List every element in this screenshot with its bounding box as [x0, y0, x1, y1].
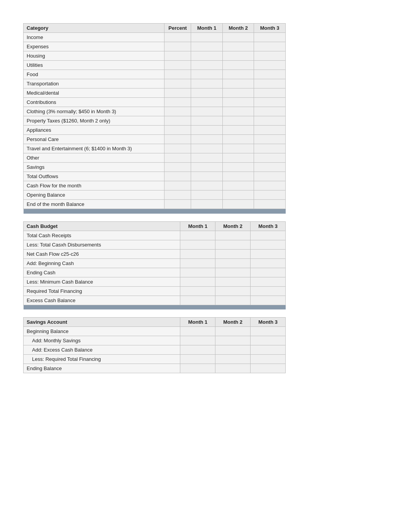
table-row: Beginning Balance: [24, 327, 286, 336]
savings-col-category: Savings Account: [24, 318, 180, 327]
table-row: Expenses: [24, 42, 286, 51]
table-row: Cash Flow for the month: [24, 181, 286, 190]
savings-table: Savings Account Month 1 Month 2 Month 3 …: [23, 317, 286, 373]
table-row: Savings: [24, 163, 286, 172]
table-row: Ending Balance: [24, 364, 286, 373]
savings-col-month2: Month 2: [215, 318, 251, 327]
table-row: Contributions: [24, 98, 286, 107]
table-row: Opening Balance: [24, 190, 286, 200]
table-row: Housing: [24, 51, 286, 61]
table-row: Personal Care: [24, 135, 286, 144]
col-month1: Month 1: [191, 24, 223, 33]
main-budget-table: Category Percent Month 1 Month 2 Month 3…: [23, 23, 286, 214]
col-month3: Month 3: [254, 24, 286, 33]
table-row: Other: [24, 153, 286, 163]
table-row: Property Taxes ($1260, Month 2 only): [24, 116, 286, 126]
section-divider: [24, 209, 286, 214]
table-row: Appliances: [24, 126, 286, 135]
table-row: Utilities: [24, 61, 286, 70]
cash-col-month1: Month 1: [180, 221, 215, 231]
col-month2: Month 2: [222, 24, 254, 33]
savings-col-month1: Month 1: [180, 318, 215, 327]
table-row: Medical/dental: [24, 88, 286, 98]
section-divider: [24, 305, 286, 309]
table-row: End of the month Balance: [24, 200, 286, 209]
table-row: Ending Cash: [24, 268, 286, 277]
table-row: Total Cash Receipts: [24, 231, 286, 240]
table-row: Less: Required Total Financing: [24, 355, 286, 364]
table-row: Less: Total Casxh Disbursements: [24, 240, 286, 249]
table-row: Add: Beginning Cash: [24, 258, 286, 268]
table-row: Excess Cash Balance: [24, 296, 286, 305]
table-row: Add: Excess Cash Balance: [24, 345, 286, 355]
savings-col-month3: Month 3: [251, 318, 286, 327]
table-row: Food: [24, 70, 286, 79]
cash-col-month2: Month 2: [215, 221, 251, 231]
col-percent: Percent: [164, 24, 191, 33]
table-row: Clothing (3% normally; $450 in Month 3): [24, 107, 286, 116]
table-row: Travel and Entertainment (6; $1400 in Mo…: [24, 144, 286, 153]
cash-col-month3: Month 3: [251, 221, 286, 231]
table-row: Income: [24, 33, 286, 42]
table-row: Add: Monthly Savings: [24, 336, 286, 345]
table-row: Less: Minimum Cash Balance: [24, 277, 286, 286]
table-row: Transportation: [24, 79, 286, 88]
table-row: Total Outflows: [24, 172, 286, 181]
table-row: Net Cash Flow c25-c26: [24, 249, 286, 258]
cash-col-category: Cash Budget: [24, 221, 180, 231]
table-row: Required Total Financing: [24, 286, 286, 296]
col-category: Category: [24, 24, 164, 33]
cash-budget-table: Cash Budget Month 1 Month 2 Month 3 Tota…: [23, 221, 286, 310]
